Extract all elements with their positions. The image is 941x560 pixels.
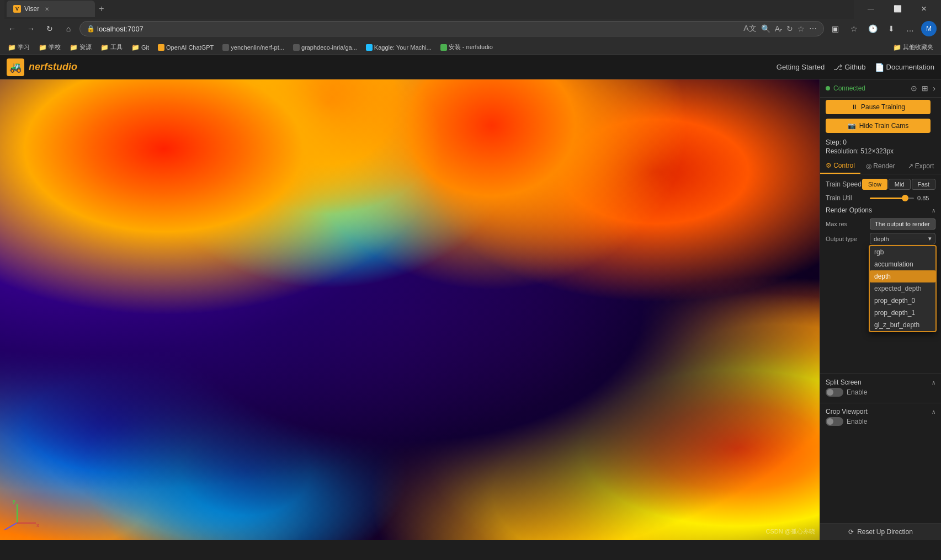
bookmark-other-folder[interactable]: 📁 其他收藏夹 xyxy=(890,42,937,52)
extensions-icon[interactable]: ⋯ xyxy=(809,24,817,33)
app-header: 🚜 nerfstudio Getting Started ⎇ Github 📄 … xyxy=(0,55,941,79)
bookmark-install[interactable]: 安装 - nerfstudio xyxy=(437,42,496,52)
maximize-button[interactable]: ⬜ xyxy=(885,0,910,18)
bookmark-graphdeco[interactable]: graphdeco-inria/ga... xyxy=(290,43,360,52)
tab-control-label: Control xyxy=(833,162,855,169)
more-button[interactable]: … xyxy=(902,21,918,36)
hide-train-cams-button[interactable]: 📷 Hide Train Cams xyxy=(826,119,931,133)
speed-slow-button[interactable]: Slow xyxy=(862,179,887,190)
reader-icon[interactable]: Aᵣ xyxy=(775,24,782,33)
expand-icon[interactable]: › xyxy=(933,84,935,93)
minimize-button[interactable]: — xyxy=(858,0,884,18)
bookmark-label: yenchenlin/nerf-pt... xyxy=(231,44,284,51)
reset-up-direction-button[interactable]: ⟳ Reset Up Direction xyxy=(820,523,941,540)
max-res-label: Max res xyxy=(826,221,870,227)
option-depth[interactable]: depth xyxy=(870,270,935,282)
speed-fast-button[interactable]: Fast xyxy=(912,179,935,190)
forward-button[interactable]: → xyxy=(23,21,39,36)
bookmark-nerf[interactable]: yenchenlin/nerf-pt... xyxy=(219,43,288,52)
settings-icon[interactable]: ⊞ xyxy=(922,84,928,93)
bookmark-label: 安装 - nerfstudio xyxy=(449,43,493,51)
split-screen-header: Split Screen ∧ xyxy=(826,378,935,386)
tab-title: Viser xyxy=(24,5,39,13)
pause-training-button[interactable]: ⏸ Pause Training xyxy=(826,100,931,114)
refresh-icon[interactable]: ↻ xyxy=(786,24,793,33)
crop-viewport-toggle[interactable] xyxy=(826,417,843,426)
option-accumulation[interactable]: accumulation xyxy=(870,258,935,270)
bookmark-icon[interactable]: ☆ xyxy=(798,24,805,33)
tab-render[interactable]: ◎ Render xyxy=(860,158,901,174)
sidebar-toggle[interactable]: ▣ xyxy=(827,21,843,36)
output-type-value: depth xyxy=(874,236,889,242)
split-screen-enable-label: Enable xyxy=(847,388,867,396)
folder-icon: 📁 xyxy=(893,44,901,51)
folder-icon: 📁 xyxy=(39,44,47,51)
output-type-label: Output type xyxy=(826,236,870,242)
collapse-split-screen-button[interactable]: ∧ xyxy=(932,380,935,386)
bookmark-label: 学校 xyxy=(49,43,61,51)
train-util-label: Train Util xyxy=(826,194,870,202)
folder-icon: 📁 xyxy=(8,44,16,51)
option-gl-z-buf-depth[interactable]: gl_z_buf_depth xyxy=(870,319,935,331)
hide-train-cams-label: Hide Train Cams xyxy=(859,122,908,130)
option-prop-depth-0[interactable]: prop_depth_0 xyxy=(870,295,935,307)
panel-tabs: ⚙ Control ◎ Render ↗ Export xyxy=(820,158,941,174)
bookmark-ziyuan[interactable]: 📁 资源 xyxy=(66,42,95,52)
address-text: localhost:7007 xyxy=(97,25,143,33)
tab-control[interactable]: ⚙ Control xyxy=(820,158,860,174)
bookmark-openai[interactable]: OpenAI ChatGPT xyxy=(155,43,217,52)
translate-icon[interactable]: A文 xyxy=(743,24,756,34)
doc-icon: 📄 xyxy=(875,63,884,72)
profile-avatar[interactable]: M xyxy=(921,21,937,36)
site-favicon xyxy=(293,44,300,51)
split-screen-toggle[interactable] xyxy=(826,388,843,397)
option-rgb[interactable]: rgb xyxy=(870,246,935,258)
train-util-value: 0.85 xyxy=(917,195,929,201)
train-util-slider[interactable] xyxy=(870,198,914,199)
bookmark-label: 学习 xyxy=(18,43,30,51)
crop-viewport-header: Crop Viewport ∧ xyxy=(826,408,935,415)
getting-started-link[interactable]: Getting Started xyxy=(777,63,825,71)
reload-button[interactable]: ↻ xyxy=(42,21,57,36)
bookmark-label: Kaggle: Your Machi... xyxy=(374,44,432,51)
bookmark-xuexiao[interactable]: 📁 学校 xyxy=(35,42,64,52)
connection-bar: Connected ⊙ ⊞ › xyxy=(820,79,941,98)
site-favicon xyxy=(222,44,229,51)
option-expected-depth[interactable]: expected_depth xyxy=(870,282,935,295)
split-screen-enable-row: Enable xyxy=(826,386,935,398)
connection-status: Connected xyxy=(833,84,865,92)
bookmark-label: OpenAI ChatGPT xyxy=(166,44,214,51)
back-button[interactable]: ← xyxy=(4,21,20,36)
documentation-link[interactable]: 📄 Documentation xyxy=(875,63,934,72)
speed-mid-button[interactable]: Mid xyxy=(889,179,911,190)
favorites-button[interactable]: ☆ xyxy=(846,21,862,36)
new-tab-button[interactable]: + xyxy=(95,2,108,15)
viewport[interactable]: x y CSDN @孤心亦晓 xyxy=(0,79,820,540)
bookmark-kaggle[interactable]: Kaggle: Your Machi... xyxy=(363,43,435,52)
browser-tab[interactable]: V Viser ✕ xyxy=(7,1,95,17)
bookmark-xuexi[interactable]: 📁 学习 xyxy=(4,42,33,52)
tab-export[interactable]: ↗ Export xyxy=(901,158,941,174)
bookmark-gongju[interactable]: 📁 工具 xyxy=(97,42,126,52)
history-button[interactable]: 🕐 xyxy=(865,21,880,36)
tab-close-button[interactable]: ✕ xyxy=(45,6,49,12)
zoom-icon[interactable]: 🔍 xyxy=(761,24,770,33)
close-button[interactable]: ✕ xyxy=(911,0,937,18)
collapse-crop-viewport-button[interactable]: ∧ xyxy=(932,409,935,415)
github-link[interactable]: ⎇ Github xyxy=(833,63,865,72)
share-icon[interactable]: ⊙ xyxy=(911,84,917,93)
bookmark-label: 资源 xyxy=(79,43,92,51)
option-prop-depth-1[interactable]: prop_depth_1 xyxy=(870,307,935,319)
output-type-dropdown[interactable]: depth ▾ xyxy=(870,233,935,244)
home-button[interactable]: ⌂ xyxy=(61,21,76,36)
downloads-button[interactable]: ⬇ xyxy=(884,21,899,36)
address-bar[interactable]: 🔒 localhost:7007 A文 🔍 Aᵣ ↻ ☆ ⋯ xyxy=(79,21,824,36)
crop-viewport-enable-label: Enable xyxy=(847,418,867,425)
collapse-render-options-button[interactable]: ∧ xyxy=(932,207,935,214)
toggle-knob-crop xyxy=(827,418,833,425)
folder-icon: 📁 xyxy=(100,44,109,51)
reset-up-direction-label: Reset Up Direction xyxy=(857,528,913,536)
bookmark-git[interactable]: 📁 Git xyxy=(128,42,152,52)
step-info: Step: 0 Resolution: 512×323px xyxy=(820,135,941,158)
toggle-knob xyxy=(827,389,833,396)
